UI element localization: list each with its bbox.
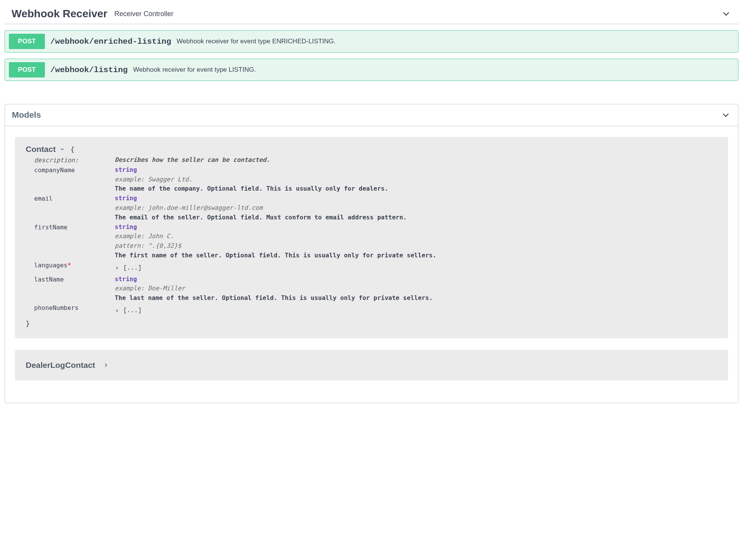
prop-pattern: pattern: ^.{0,32}$ — [115, 241, 436, 251]
prop-label: firstName — [34, 222, 115, 232]
operation-summary: Webhook receiver for event type ENRICHED… — [177, 38, 335, 45]
chevron-right-icon — [115, 308, 119, 313]
prop-description: The last name of the seller. Optional fi… — [115, 293, 433, 303]
operation-listing[interactable]: POST /webhook/listing Webhook receiver f… — [5, 59, 738, 81]
prop-description: The name of the company. Optional field.… — [115, 184, 388, 194]
model-name: DealerLogContact — [26, 361, 95, 370]
collapsed-placeholder: [...] — [123, 264, 142, 273]
prop-label: email — [34, 194, 115, 204]
model-dealerlogcontact[interactable]: DealerLogContact — [15, 350, 728, 380]
prop-example: example: John C. — [115, 232, 436, 241]
operation-path: /webhook/listing — [50, 66, 128, 74]
prop-details: string example: Doe-Miller The last name… — [115, 275, 433, 303]
prop-email: email string example: john.doe-miller@sw… — [34, 194, 717, 222]
models-title: Models — [12, 110, 720, 120]
http-method-badge: POST — [9, 62, 45, 77]
model-title-row[interactable]: Contact { — [26, 145, 717, 154]
close-brace: } — [26, 320, 717, 328]
operation-enriched-listing[interactable]: POST /webhook/enriched-listing Webhook r… — [5, 30, 738, 53]
models-section: Models Contact { description: Describes … — [5, 104, 738, 403]
prop-example: example: Swagger Ltd. — [115, 175, 388, 184]
prop-description: The email of the seller. Optional field.… — [115, 213, 407, 222]
models-body: Contact { description: Describes how the… — [5, 126, 738, 403]
prop-languages: languages* [...] — [34, 260, 717, 275]
operation-summary: Webhook receiver for event type LISTING. — [133, 66, 256, 74]
collapsed-placeholder: [...] — [123, 306, 142, 316]
prop-type: string — [115, 165, 388, 175]
open-brace: { — [70, 145, 74, 153]
chevron-right-icon — [115, 266, 119, 270]
chevron-down-icon — [59, 147, 65, 152]
prop-lastName: lastName string example: Doe-Miller The … — [34, 275, 717, 303]
prop-details: [...] — [115, 303, 142, 317]
prop-type: string — [115, 194, 407, 203]
prop-phoneNumbers: phoneNumbers [...] — [34, 303, 717, 317]
operation-path: /webhook/enriched-listing — [50, 37, 171, 46]
tag-description: Receiver Controller — [114, 10, 721, 18]
model-name: Contact — [26, 145, 56, 154]
prop-label: languages* — [34, 260, 115, 270]
prop-example: example: Doe-Miller — [115, 284, 433, 293]
chevron-down-icon — [720, 110, 731, 120]
models-header[interactable]: Models — [5, 104, 738, 126]
prop-firstName: firstName string example: John C. patter… — [34, 222, 717, 260]
expand-array-toggle[interactable]: [...] — [115, 260, 142, 275]
description-text: Describes how the seller can be contacte… — [115, 155, 270, 165]
chevron-right-icon — [103, 362, 109, 368]
description-label: description: — [34, 155, 115, 165]
prop-label: companyName — [34, 165, 115, 175]
prop-details: string example: john.doe-miller@swagger-… — [115, 194, 407, 222]
prop-companyName: companyName string example: Swagger Ltd.… — [34, 165, 717, 194]
prop-type: string — [115, 275, 433, 284]
expand-array-toggle[interactable]: [...] — [115, 303, 142, 317]
tag-header[interactable]: Webhook Receiver Receiver Controller — [5, 4, 738, 24]
prop-type: string — [115, 222, 436, 232]
prop-details: string example: Swagger Ltd. The name of… — [115, 165, 388, 194]
prop-details: string example: John C. pattern: ^.{0,32… — [115, 222, 436, 260]
required-star: * — [68, 262, 71, 269]
model-contact: Contact { description: Describes how the… — [15, 137, 728, 338]
model-description-row: description: Describes how the seller ca… — [34, 155, 717, 165]
prop-example: example: john.doe-miller@swagger-ltd.com — [115, 203, 407, 213]
http-method-badge: POST — [9, 34, 45, 49]
property-table: description: Describes how the seller ca… — [34, 155, 717, 317]
prop-label: lastName — [34, 275, 115, 285]
prop-description: The first name of the seller. Optional f… — [115, 251, 436, 260]
prop-details: [...] — [115, 260, 142, 275]
chevron-down-icon — [721, 8, 731, 19]
tag-title: Webhook Receiver — [12, 8, 107, 20]
prop-label: phoneNumbers — [34, 303, 115, 313]
